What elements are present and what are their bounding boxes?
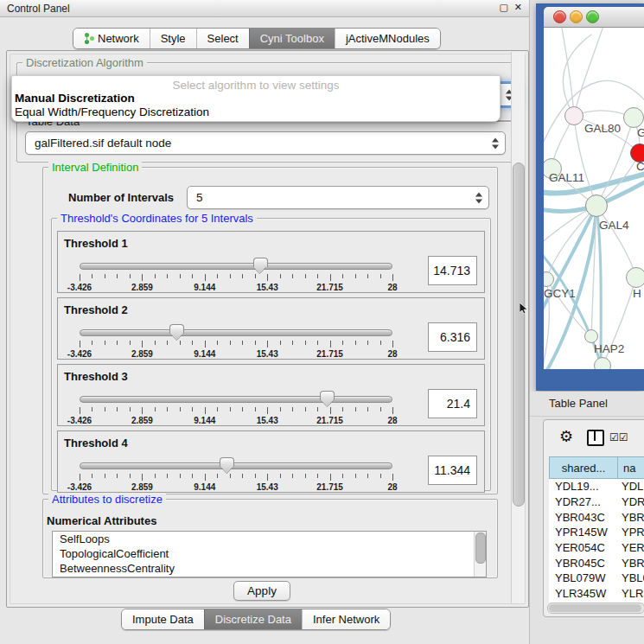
tick-mark (292, 341, 293, 345)
table-row[interactable]: YPR145WYPR1 (549, 525, 644, 540)
tab-cyni-toolbox[interactable]: Cyni Toolbox (249, 29, 335, 48)
table-row[interactable]: YBL079WYBL0 (549, 571, 644, 586)
num-intervals-value: 5 (196, 191, 203, 204)
table-row[interactable]: YLR345WYLR3 (549, 586, 644, 602)
tick-label: -3.426 (67, 283, 92, 292)
table-cell: YBR0 (618, 511, 644, 524)
tick-mark (130, 474, 131, 478)
threshold-slider[interactable]: -3.4262.8599.14415.4321.71528 (80, 259, 392, 290)
table-cell: YPR1 (618, 526, 644, 539)
num-intervals-combobox[interactable]: 5 (187, 186, 489, 209)
minimize-traffic-light[interactable] (570, 10, 583, 23)
network-node-gal4[interactable] (585, 194, 608, 217)
tick-mark (192, 341, 193, 345)
split-columns-icon[interactable] (587, 430, 604, 446)
close-icon[interactable]: ✕ (514, 2, 522, 13)
attribute-item[interactable]: BetweennessCentrality (53, 561, 486, 576)
table-row[interactable]: YDR27...YDR2 (549, 494, 644, 510)
table-cell: YER054C (549, 541, 618, 554)
tab-discretize-data[interactable]: Discretize Data (204, 609, 302, 629)
network-node-ga[interactable] (623, 107, 644, 128)
network-node-gal80[interactable] (564, 106, 583, 125)
slider-track[interactable] (80, 462, 392, 469)
tick-label: 9.144 (194, 416, 215, 425)
tick-mark (105, 341, 105, 345)
control-panel-window: Control Panel ▢ ✕ NetworkStyleSelectCyni… (0, 0, 530, 644)
checkbox-icons[interactable]: ☑☑ (609, 431, 628, 443)
list-scrollbar-thumb[interactable] (475, 532, 486, 564)
threshold-slider[interactable]: -3.4262.8599.14415.4321.71528 (80, 392, 392, 424)
tick-mark (117, 474, 118, 478)
tick-label: 2.859 (131, 283, 153, 292)
attribute-item[interactable]: TopologicalCoefficient (53, 546, 486, 561)
close-traffic-light[interactable] (553, 10, 566, 23)
network-node-h[interactable] (626, 267, 644, 288)
tick-mark (230, 474, 231, 478)
dropdown-option[interactable]: Manual Discretization (15, 92, 135, 105)
slider-thumb[interactable] (220, 457, 234, 467)
slider-track[interactable] (80, 329, 392, 336)
network-canvas[interactable]: GAL80GACGAL11GAL4GCY1HHAP2 (544, 28, 644, 369)
slider-thumb[interactable] (320, 391, 335, 400)
combobox-stepper-icon[interactable] (475, 191, 482, 204)
tick-mark (267, 407, 268, 414)
tab-select[interactable]: Select (196, 29, 249, 48)
network-node[interactable] (594, 357, 611, 369)
zoom-traffic-light[interactable] (586, 10, 599, 23)
table-column-header[interactable]: na (618, 456, 644, 479)
node-label: GA (637, 126, 644, 139)
tick-mark (142, 407, 143, 414)
tick-mark (80, 341, 80, 348)
slider-track[interactable] (80, 396, 392, 403)
tick-label: -3.426 (67, 416, 92, 425)
threshold-panel: Threshold 4 -3.4262.8599.14415.4321.7152… (57, 430, 485, 493)
tab-impute-data[interactable]: Impute Data (122, 609, 204, 629)
tick-mark (317, 407, 318, 411)
table-horizontal-scrollbar[interactable] (547, 603, 644, 614)
network-window-titlebar[interactable] (544, 7, 644, 28)
table-scrollbar-thumb[interactable] (549, 604, 641, 612)
panel-scrollbar[interactable] (511, 52, 525, 603)
tick-labels: -3.4262.8599.14415.4321.71528 (80, 482, 392, 492)
tick-mark (292, 274, 293, 278)
screen: Control Panel ▢ ✕ NetworkStyleSelectCyni… (0, 0, 644, 644)
dropdown-option[interactable]: Equal Width/Frequency Discretization (15, 105, 209, 118)
tab-jactivemnodules[interactable]: jActiveMNodules (335, 29, 440, 48)
restore-icon[interactable]: ▢ (500, 2, 508, 13)
tick-mark (105, 274, 105, 278)
tick-mark (330, 474, 331, 481)
threshold-value-field[interactable]: 6.316 (428, 322, 477, 352)
table-data-combobox[interactable]: galFiltered.sif default node (25, 131, 506, 155)
threshold-value-field[interactable]: 14.713 (428, 256, 477, 285)
table-row[interactable]: YBR043CYBR0 (549, 509, 644, 525)
gear-icon[interactable]: ⚙ (559, 427, 573, 446)
threshold-slider[interactable]: -3.4262.8599.14415.4321.71528 (80, 326, 392, 357)
apply-button[interactable]: Apply (233, 581, 290, 601)
network-node-hap2[interactable] (584, 329, 598, 343)
slider-thumb[interactable] (253, 258, 268, 267)
table-row[interactable]: YER054CYER0 (549, 540, 644, 556)
tick-label: -3.426 (67, 349, 92, 359)
tick-mark (80, 474, 80, 481)
algorithm-dropdown-popup: Select algorithm to view settings Manual… (11, 75, 501, 122)
threshold-slider[interactable]: -3.4262.8599.14415.4321.71528 (80, 459, 392, 490)
threshold-value-field[interactable]: 21.4 (428, 389, 477, 418)
tick-mark (392, 474, 393, 481)
panel-scrollbar-thumb[interactable] (513, 163, 525, 507)
tab-label: jActiveMNodules (346, 32, 430, 45)
attribute-item[interactable]: SelfLoops (53, 532, 486, 546)
tab-network[interactable]: Network (73, 29, 150, 48)
tick-mark (167, 474, 168, 478)
table-row[interactable]: YBR045CYBR0 (549, 555, 644, 571)
tab-style[interactable]: Style (150, 29, 196, 48)
slider-track[interactable] (80, 263, 392, 270)
threshold-value-field[interactable]: 11.344 (428, 456, 477, 485)
main-panel: Discretization Algorithm Select algorith… (6, 50, 529, 608)
table-column-header[interactable]: shared... (549, 456, 618, 479)
slider-thumb[interactable] (169, 324, 184, 334)
list-scrollbar[interactable] (474, 532, 486, 577)
tab-infer-network[interactable]: Infer Network (302, 609, 390, 629)
table-row[interactable]: YDL19...YDL1 (549, 479, 644, 494)
attributes-listbox[interactable]: SelfLoopsTopologicalCoefficientBetweenne… (52, 531, 487, 577)
combobox-stepper-icon[interactable] (492, 137, 499, 150)
